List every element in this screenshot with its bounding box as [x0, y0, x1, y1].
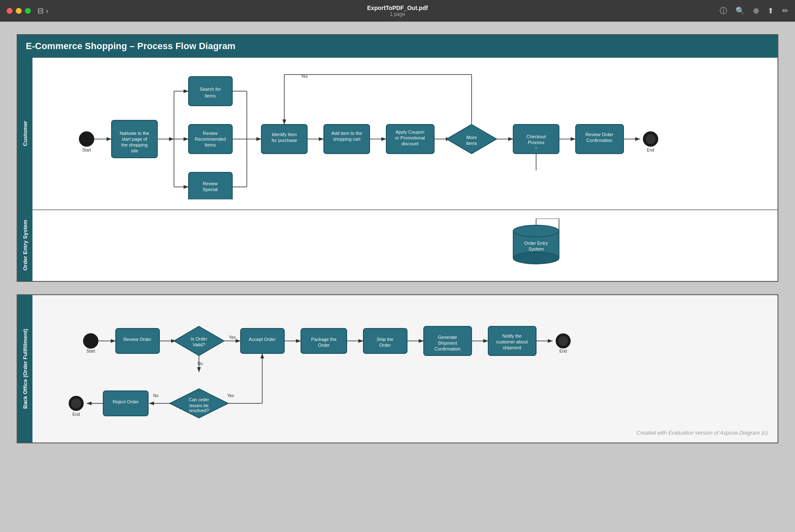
svg-text:Order: Order	[318, 343, 330, 348]
diagram2-container: Back Office (Order Fullfillment) Start	[17, 294, 778, 443]
zoom-in-icon[interactable]: ⊕	[753, 6, 759, 15]
svg-text:Package the: Package the	[311, 337, 336, 342]
svg-text:site: site	[131, 148, 138, 153]
svg-text:+: +	[535, 146, 537, 150]
customer-flow-svg: Start Nativate to the start page of the …	[37, 66, 773, 199]
traffic-lights	[7, 8, 31, 14]
svg-text:Notify the: Notify the	[502, 333, 522, 338]
oes-bottom	[513, 252, 559, 264]
svg-text:Is Order: Is Order	[191, 336, 207, 341]
end-label: End	[647, 148, 654, 152]
svg-text:Accept Order: Accept Order	[249, 337, 276, 342]
svg-text:Generate: Generate	[438, 335, 457, 340]
svg-text:Reject Order: Reject Order	[113, 399, 139, 404]
svg-text:Process: Process	[528, 140, 544, 145]
svg-text:Items: Items	[205, 142, 216, 147]
svg-text:End: End	[559, 349, 567, 353]
content-area: E-Commerce Shopping – Process Flow Diagr…	[0, 22, 795, 532]
diagram1-container: E-Commerce Shopping – Process Flow Diagr…	[17, 34, 778, 282]
svg-text:Search for: Search for	[200, 87, 221, 92]
svg-text:Confirmation: Confirmation	[586, 138, 612, 143]
titlebar-center: ExportToPDF_Out.pdf 1 page	[367, 5, 428, 17]
svg-text:Recommended: Recommended	[195, 137, 226, 142]
bo-start	[83, 333, 98, 348]
zoom-out-icon[interactable]: 🔍	[735, 6, 745, 15]
titlebar: ⊟ › ExportToPDF_Out.pdf 1 page ⓘ 🔍 ⊕ ⬆ ✏	[0, 0, 795, 22]
svg-text:shopping cart: shopping cart	[333, 137, 360, 142]
backoffice-lane-label: Back Office (Order Fullfillment)	[17, 295, 32, 443]
svg-text:Valid?: Valid?	[193, 342, 205, 347]
order-entry-svg: Order Entry System	[37, 219, 773, 273]
svg-text:Special: Special	[203, 187, 218, 192]
order-entry-content: Order Entry System	[32, 209, 778, 281]
svg-text:Add item to the: Add item to the	[331, 131, 362, 136]
svg-text:items: items	[466, 141, 477, 146]
svg-text:Yes: Yes	[229, 335, 236, 340]
svg-text:Start: Start	[86, 349, 95, 353]
svg-text:the shopping: the shopping	[122, 142, 148, 147]
svg-text:Review Order: Review Order	[585, 132, 614, 137]
filename-label: ExportToPDF_Out.pdf	[367, 5, 428, 11]
svg-text:End: End	[72, 412, 80, 417]
svg-text:Review: Review	[203, 181, 218, 186]
minimize-button[interactable]	[16, 8, 22, 14]
svg-text:items: items	[205, 93, 216, 98]
svg-text:More: More	[466, 135, 477, 140]
svg-text:Apply Coupon: Apply Coupon	[395, 129, 424, 134]
start-label: Start	[82, 148, 91, 152]
svg-text:customer about: customer about	[496, 339, 528, 344]
oes-top	[513, 225, 559, 237]
svg-text:issues be: issues be	[189, 403, 209, 408]
edit-icon[interactable]: ✏	[782, 6, 788, 15]
svg-text:Confirmation: Confirmation	[435, 346, 460, 351]
close-button[interactable]	[7, 8, 12, 14]
svg-text:start page of: start page of	[122, 137, 147, 142]
svg-point-53	[558, 336, 568, 346]
info-icon[interactable]: ⓘ	[720, 6, 727, 16]
backoffice-flow-svg: Start Review Order Is Order Valid? Yes	[37, 303, 773, 433]
backoffice-content: Start Review Order Is Order Valid? Yes	[32, 295, 778, 443]
svg-text:discount: discount	[402, 141, 419, 146]
svg-text:Order Entry: Order Entry	[524, 241, 548, 246]
svg-text:shipment: shipment	[503, 345, 522, 350]
backoffice-swimlane: Back Office (Order Fullfillment) Start	[17, 295, 778, 443]
svg-text:Review Order: Review Order	[123, 337, 152, 342]
order-entry-swimlane: Order Entry System Order Entry System	[17, 209, 778, 281]
order-entry-lane-label: Order Entry System	[17, 209, 32, 281]
svg-text:Shipment: Shipment	[438, 341, 457, 346]
svg-text:Review: Review	[203, 131, 218, 136]
svg-text:Yes: Yes	[227, 393, 234, 398]
customer-lane-label: Customer	[17, 57, 32, 209]
sidebar-toggle-icon[interactable]: ⊟ ›	[37, 6, 48, 15]
svg-text:Identify Item: Identify Item	[272, 132, 297, 137]
maximize-button[interactable]	[25, 8, 31, 14]
navigate-text: Nativate to the	[120, 131, 149, 136]
end-inner	[646, 134, 656, 144]
pages-label: 1 page	[367, 11, 428, 17]
svg-point-67	[71, 398, 81, 408]
svg-text:Checkout: Checkout	[527, 134, 546, 139]
svg-text:Ship the: Ship the	[377, 337, 393, 342]
watermark: Created with Evaluation version of Aspos…	[636, 430, 769, 436]
svg-text:No: No	[153, 393, 159, 398]
svg-text:Order: Order	[379, 343, 391, 348]
share-icon[interactable]: ⬆	[768, 6, 774, 15]
customer-swimlane: Customer Start	[17, 57, 778, 209]
customer-lane-content: Start Nativate to the start page of the …	[32, 57, 778, 209]
diagram1-title: E-Commerce Shopping – Process Flow Diagr…	[17, 35, 778, 57]
svg-text:or Promotional: or Promotional	[395, 135, 425, 140]
svg-text:for purchase: for purchase	[271, 138, 297, 143]
start-node	[79, 132, 94, 147]
svg-text:resolved?: resolved?	[189, 408, 209, 413]
titlebar-icons: ⓘ 🔍 ⊕ ⬆ ✏	[720, 6, 788, 16]
svg-text:No: No	[198, 361, 203, 366]
svg-text:Can order: Can order	[189, 397, 209, 402]
svg-text:System: System	[529, 246, 544, 251]
